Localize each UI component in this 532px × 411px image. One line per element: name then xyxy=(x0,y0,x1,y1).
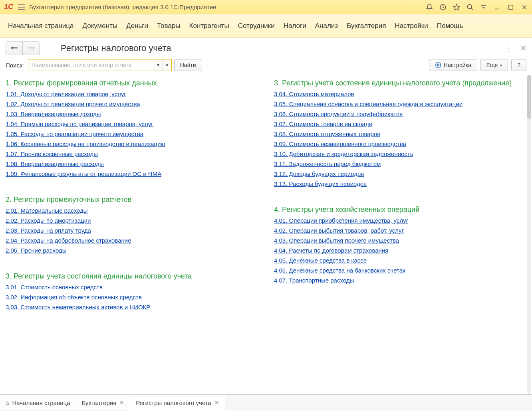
settings-button[interactable]: Настройка xyxy=(429,59,477,71)
report-link[interactable]: 1.06. Косвенные расходы на производство … xyxy=(6,140,258,147)
search-dropdown-icon[interactable]: ▾ xyxy=(154,59,163,71)
menu-item[interactable]: Документы xyxy=(83,22,118,30)
bell-icon[interactable] xyxy=(426,4,433,11)
report-link[interactable]: 3.03. Стоимость нематериальных активов и… xyxy=(6,304,258,310)
section-title: 2. Регистры промежуточных расчетов xyxy=(6,196,258,204)
chevron-down-icon: ▾ xyxy=(500,63,502,67)
menu-item[interactable]: Анализ xyxy=(315,22,338,30)
report-link[interactable]: 1.02. Доходы от реализации прочего имуще… xyxy=(6,101,258,107)
svg-point-2 xyxy=(467,4,472,9)
menu-item[interactable]: Налоги xyxy=(284,22,306,30)
report-link[interactable]: 3.13. Расходы будущих периодов xyxy=(274,180,526,187)
more-button[interactable]: Еще ▾ xyxy=(480,59,508,71)
report-link[interactable]: 3.06. Стоимость продукции и полуфабрикат… xyxy=(274,111,526,117)
report-link[interactable]: 2.02. Расходы по амортизации xyxy=(6,217,258,224)
report-link[interactable]: 4.05. Денежные средства в кассе xyxy=(274,257,526,264)
report-link[interactable]: 1.05. Расходы по реализации прочего имущ… xyxy=(6,130,258,137)
section-title: 4. Регистры учета хозяйственных операций xyxy=(274,206,526,214)
report-link[interactable]: 2.01. Материальные расходы xyxy=(6,207,258,214)
menu-item[interactable]: Помощь xyxy=(437,22,463,30)
report-link[interactable]: 2.05. Прочие расходы xyxy=(6,247,258,254)
menu-item[interactable]: Контрагенты xyxy=(189,22,229,30)
report-link[interactable]: 3.08. Стоимость отгруженных товаров xyxy=(274,130,526,137)
logo-1c: 1C xyxy=(4,3,13,11)
page-title: Регистры налогового учета xyxy=(61,43,171,53)
report-link[interactable]: 4.02. Операции выбытия товаров, работ, у… xyxy=(274,227,526,234)
report-link[interactable]: 3.09. Стоимость незавершенного производс… xyxy=(274,140,526,147)
report-link[interactable]: 1.04. Прямые расходы по реализации товар… xyxy=(6,121,258,127)
menu-item[interactable]: Сотрудники xyxy=(238,22,275,30)
tab-label: Регистры налогового учета xyxy=(136,399,211,406)
report-link[interactable]: 3.05. Специальная оснастка и специальная… xyxy=(274,101,526,107)
minimize-icon[interactable] xyxy=(494,4,501,11)
report-link[interactable]: 3.10. Дебиторская и кредиторская задолже… xyxy=(274,150,526,157)
filter-icon[interactable] xyxy=(480,4,487,11)
report-link[interactable]: 4.03. Операции выбытия прочего имущества xyxy=(274,237,526,244)
search-icon[interactable] xyxy=(466,4,474,11)
find-button[interactable]: Найти xyxy=(174,59,202,71)
history-icon[interactable] xyxy=(439,4,447,11)
report-link[interactable]: 1.07. Прочие косвенные расходы xyxy=(6,150,258,157)
content-body: 1. Регистры формирования отчетных данных… xyxy=(0,75,532,394)
report-link[interactable]: 3.04. Стоимость материалов xyxy=(274,91,526,97)
report-link[interactable]: 2.04. Расходы на добровольное страховани… xyxy=(6,237,258,244)
menu-item[interactable]: Настройки xyxy=(395,22,428,30)
nav-buttons: 🠔 🠖 xyxy=(6,41,40,55)
report-link[interactable]: 3.12. Доходы будущих периодов xyxy=(274,170,526,177)
scrollbar[interactable] xyxy=(527,75,531,394)
page-header: 🠔 🠖 Регистры налогового учета ⋮ ✕ xyxy=(0,38,532,57)
forward-button[interactable]: 🠖 xyxy=(23,42,40,55)
tab-close-icon[interactable]: ✕ xyxy=(214,399,219,406)
app-title: Бухгалтерия предприятия (базовая), редак… xyxy=(29,4,422,10)
home-icon: ⌂ xyxy=(6,399,9,406)
report-link[interactable]: 3.07. Стоимость товаров на складе xyxy=(274,121,526,127)
tab-registers[interactable]: Регистры налогового учета ✕ xyxy=(130,395,225,411)
report-link[interactable]: 4.07. Транспортные расходы xyxy=(274,277,526,284)
menubar: Начальная страница Документы Деньги Това… xyxy=(0,14,532,38)
report-link[interactable]: 1.03. Внереализационные доходы xyxy=(6,111,258,117)
menu-item[interactable]: Деньги xyxy=(126,22,148,30)
kebab-icon[interactable]: ⋮ xyxy=(505,44,512,53)
close-page-icon[interactable]: ✕ xyxy=(520,44,526,53)
menu-item[interactable]: Начальная страница xyxy=(8,22,74,30)
report-link[interactable]: 1.01. Доходы от реализации товаров, услу… xyxy=(6,91,258,97)
tab-accounting[interactable]: Бухгалтерия ✕ xyxy=(76,395,131,411)
back-button[interactable]: 🠔 xyxy=(6,42,23,55)
search-input[interactable] xyxy=(28,59,154,71)
star-icon[interactable] xyxy=(453,4,460,11)
tab-close-icon[interactable]: ✕ xyxy=(119,399,124,406)
report-link[interactable]: 4.04. Расчеты по договорам страхования xyxy=(274,247,526,254)
menu-item[interactable]: Бухгалтерия xyxy=(347,22,386,30)
search-clear-icon[interactable]: ✕ xyxy=(163,59,171,71)
section-title: 1. Регистры формирования отчетных данных xyxy=(6,79,258,87)
report-link[interactable]: 4.06. Денежные средства на банковских сч… xyxy=(274,267,526,274)
tabs-bar: ⌂ Начальная страница Бухгалтерия ✕ Регис… xyxy=(0,394,532,411)
report-link[interactable]: 4.01. Операции приобретения имущества, у… xyxy=(274,217,526,224)
tab-label: Начальная страница xyxy=(12,399,70,406)
tab-home[interactable]: ⌂ Начальная страница xyxy=(0,395,76,411)
help-button[interactable]: ? xyxy=(511,59,526,71)
titlebar: 1C Бухгалтерия предприятия (базовая), ре… xyxy=(0,0,532,14)
close-icon[interactable] xyxy=(521,4,528,11)
svg-marker-1 xyxy=(454,4,460,10)
svg-rect-8 xyxy=(509,5,513,9)
report-link[interactable]: 1.08. Внереализационные расходы xyxy=(6,160,258,167)
svg-line-3 xyxy=(471,8,473,10)
maximize-icon[interactable] xyxy=(507,4,514,11)
report-link[interactable]: 1.09. Финансовые результаты от реализаци… xyxy=(6,170,258,177)
report-link[interactable]: 2.03. Расходы на оплату труда xyxy=(6,227,258,234)
gear-icon xyxy=(435,62,441,68)
scroll-thumb[interactable] xyxy=(527,75,531,119)
hamburger-icon[interactable] xyxy=(18,4,25,10)
report-link[interactable]: 3.02. Информация об объекте основных сре… xyxy=(6,294,258,300)
tab-label: Бухгалтерия xyxy=(82,399,117,406)
menu-item[interactable]: Товары xyxy=(157,22,180,30)
report-link[interactable]: 3.11. Задолженность перед бюджетом xyxy=(274,160,526,167)
toolbar: Поиск: ▾ ✕ Найти Настройка Еще ▾ ? xyxy=(0,57,532,75)
section-title: 3. Регистры учета состояния единицы нало… xyxy=(6,272,258,281)
search-field-wrap: ▾ ✕ xyxy=(28,59,172,71)
report-link[interactable]: 3.01. Стоимость основных средств xyxy=(6,284,258,290)
more-button-label: Еще xyxy=(486,62,498,68)
search-label: Поиск: xyxy=(6,62,24,69)
settings-button-label: Настройка xyxy=(444,62,471,68)
